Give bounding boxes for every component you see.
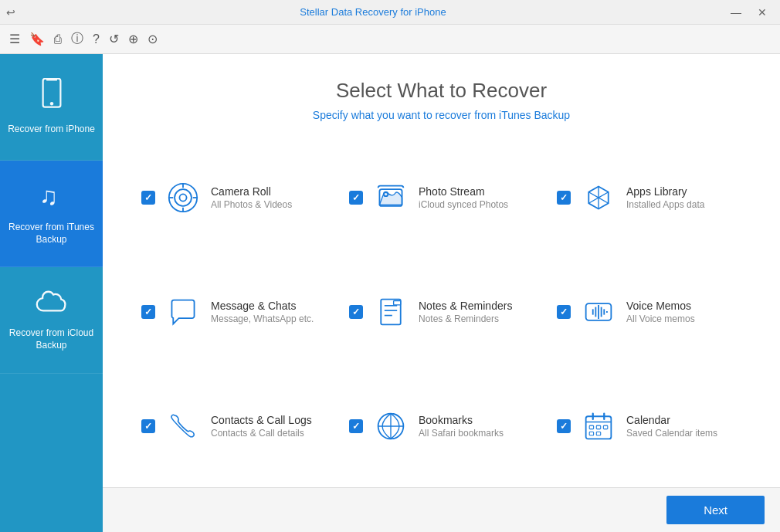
contacts-call-name: Contacts & Call Logs (211, 414, 312, 426)
help-icon[interactable]: ? (93, 32, 100, 46)
footer: Next (103, 487, 780, 532)
svg-point-5 (175, 189, 192, 206)
sidebar-item-label: Recover from iTunes Backup (8, 222, 95, 246)
bookmarks-text: Bookmarks All Safari bookmarks (419, 414, 504, 439)
calendar-icon (582, 409, 616, 443)
apps-library-desc: Installed Apps data (626, 199, 704, 210)
list-item: Apps Library Installed Apps data (549, 144, 749, 251)
contacts-call-checkbox[interactable] (141, 419, 155, 433)
bookmarks-icon (374, 409, 408, 443)
list-item: Calendar Saved Calendar items (549, 373, 749, 479)
apps-library-icon (582, 181, 616, 215)
voice-memos-checkbox[interactable] (557, 305, 571, 319)
title-prefix: Stellar Data Recovery for (300, 6, 415, 18)
close-button[interactable]: ✕ (751, 4, 774, 21)
message-chats-desc: Message, WhatsApp etc. (211, 313, 314, 324)
bookmarks-checkbox[interactable] (349, 419, 363, 433)
next-button[interactable]: Next (666, 496, 765, 524)
sidebar: Recover from iPhone ♫ Recover from iTune… (0, 54, 103, 532)
svg-rect-1 (46, 79, 57, 81)
window-controls: — ✕ (724, 4, 774, 21)
bookmarks-name: Bookmarks (419, 414, 504, 426)
contacts-call-desc: Contacts & Call details (211, 428, 312, 439)
info-icon[interactable]: ⓘ (71, 31, 83, 47)
photo-stream-desc: iCloud synced Photos (419, 199, 508, 210)
menu-icon[interactable]: ☰ (9, 32, 20, 46)
bookmarks-desc: All Safari bookmarks (419, 428, 504, 439)
bookmark-icon[interactable]: 🔖 (29, 32, 45, 46)
sidebar-item-recover-itunes[interactable]: ♫ Recover from iTunes Backup (0, 161, 103, 267)
svg-rect-37 (596, 432, 600, 435)
photo-stream-text: Photo Stream iCloud synced Photos (419, 185, 508, 210)
message-chats-checkbox[interactable] (141, 305, 155, 319)
notes-reminders-checkbox[interactable] (349, 305, 363, 319)
toolbar: ☰ 🔖 ⎙ ⓘ ? ↺ ⊕ ⊙ (0, 25, 780, 54)
calendar-checkbox[interactable] (557, 419, 571, 433)
photo-stream-name: Photo Stream (419, 185, 508, 198)
music-icon: ♫ (38, 181, 66, 215)
list-item: Contacts & Call Logs Contacts & Call det… (134, 373, 334, 479)
camera-roll-desc: All Photos & Videos (211, 199, 292, 210)
svg-rect-33 (589, 425, 593, 429)
svg-point-6 (179, 194, 186, 201)
svg-text:♫: ♫ (39, 182, 57, 208)
photo-stream-icon (374, 181, 408, 215)
account-icon[interactable]: ⊙ (148, 32, 158, 46)
list-item: Notes & Reminders Notes & Reminders (341, 259, 541, 365)
recover-grid: Camera Roll All Photos & Videos Photo S (103, 137, 780, 487)
camera-roll-checkbox[interactable] (141, 191, 155, 205)
contacts-call-text: Contacts & Call Logs Contacts & Call det… (211, 414, 312, 439)
title-highlight: iPhone (415, 6, 446, 18)
apps-library-name: Apps Library (626, 185, 704, 198)
apps-library-checkbox[interactable] (557, 191, 571, 205)
content-header: Select What to Recover Specify what you … (103, 54, 780, 137)
calendar-text: Calendar Saved Calendar items (626, 414, 717, 439)
page-subtitle: Specify what you want to recover from iT… (118, 109, 765, 121)
list-item: Message & Chats Message, WhatsApp etc. (134, 259, 334, 365)
message-chats-text: Message & Chats Message, WhatsApp etc. (211, 300, 314, 324)
main-layout: Recover from iPhone ♫ Recover from iTune… (0, 54, 780, 532)
notes-reminders-name: Notes & Reminders (419, 300, 512, 312)
notes-reminders-text: Notes & Reminders Notes & Reminders (419, 300, 512, 324)
list-item: Photo Stream iCloud synced Photos (341, 144, 541, 251)
svg-point-2 (49, 102, 53, 105)
svg-rect-36 (589, 432, 593, 435)
sidebar-item-recover-iphone[interactable]: Recover from iPhone (0, 54, 103, 161)
export-icon[interactable]: ⎙ (54, 32, 62, 46)
voice-memos-name: Voice Memos (626, 300, 695, 312)
contacts-call-icon (166, 409, 200, 443)
cart-icon[interactable]: ⊕ (128, 32, 138, 46)
camera-roll-name: Camera Roll (211, 185, 292, 198)
photo-stream-checkbox[interactable] (349, 191, 363, 205)
list-item: Voice Memos All Voice memos (549, 259, 749, 365)
calendar-desc: Saved Calendar items (626, 428, 717, 439)
svg-rect-17 (394, 300, 401, 304)
sidebar-item-label: Recover from iCloud Backup (8, 327, 95, 351)
sidebar-item-label: Recover from iPhone (8, 124, 95, 136)
minimize-button[interactable]: — (724, 4, 748, 21)
voice-memos-desc: All Voice memos (626, 313, 695, 324)
message-chats-icon (166, 295, 200, 329)
svg-rect-34 (596, 425, 600, 429)
list-item: Bookmarks All Safari bookmarks (341, 373, 541, 479)
page-title: Select What to Recover (118, 79, 765, 103)
camera-roll-text: Camera Roll All Photos & Videos (211, 185, 292, 210)
svg-rect-35 (603, 425, 607, 429)
content-area: Select What to Recover Specify what you … (103, 54, 780, 532)
message-chats-name: Message & Chats (211, 300, 314, 312)
notes-reminders-desc: Notes & Reminders (419, 313, 512, 324)
camera-roll-icon (166, 181, 200, 215)
voice-memos-text: Voice Memos All Voice memos (626, 300, 695, 324)
apps-library-text: Apps Library Installed Apps data (626, 185, 704, 210)
back-icon: ↩ (6, 6, 15, 19)
cloud-icon (34, 289, 70, 321)
titlebar: ↩ Stellar Data Recovery for iPhone — ✕ (0, 0, 780, 25)
phone-icon (38, 78, 66, 117)
calendar-name: Calendar (626, 414, 717, 426)
voice-memos-icon (582, 295, 616, 329)
notes-reminders-icon (374, 295, 408, 329)
sidebar-item-recover-icloud[interactable]: Recover from iCloud Backup (0, 267, 103, 374)
window-title: Stellar Data Recovery for iPhone (22, 6, 724, 18)
list-item: Camera Roll All Photos & Videos (134, 144, 334, 251)
refresh-icon[interactable]: ↺ (109, 32, 119, 46)
